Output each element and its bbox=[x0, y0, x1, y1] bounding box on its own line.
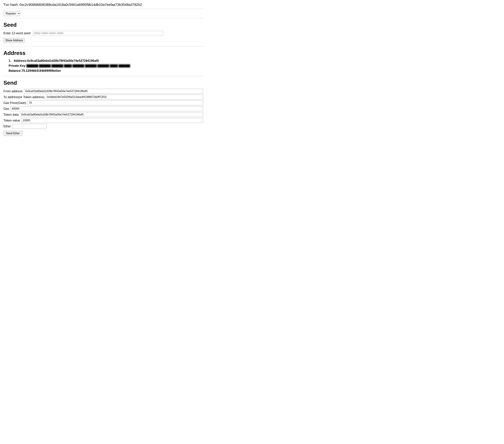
gas-label: Gas bbox=[3, 107, 9, 111]
token-value-input[interactable] bbox=[21, 118, 203, 123]
send-title: Send bbox=[3, 80, 203, 86]
private-key-label: Private Key bbox=[9, 64, 25, 68]
seed-title: Seed bbox=[3, 22, 203, 28]
txn-hash-value: 0xc2c906fd6606388cda1918a0c5901a6995f9b1… bbox=[19, 3, 142, 7]
address-item-number: 1. Address:0x9ca53a80ebd1d28b78f43a50e74… bbox=[9, 59, 203, 63]
token-value-label: Token value bbox=[3, 119, 20, 122]
divider-1 bbox=[3, 18, 203, 18]
gas-input[interactable] bbox=[11, 106, 203, 111]
send-ether-button[interactable]: Send Ether bbox=[3, 131, 22, 136]
balance-line: Balance:75.1294664194699999ether bbox=[9, 69, 203, 73]
token-data-label: Token data bbox=[3, 113, 18, 117]
seed-input[interactable] bbox=[33, 31, 163, 36]
to-address-row: To address(or Token address) bbox=[3, 95, 203, 99]
token-data-input[interactable] bbox=[20, 112, 203, 117]
gas-row: Gas bbox=[3, 106, 203, 111]
address-item-value: 0x9ca53a80ebd1d28b78f43a50e74e527284196a… bbox=[27, 59, 99, 62]
from-address-label: From address bbox=[3, 89, 22, 93]
seed-input-label: Enter 12-word seed bbox=[3, 32, 31, 35]
from-address-row: From address bbox=[3, 89, 203, 94]
token-data-row: Token data bbox=[3, 112, 203, 117]
balance-label: Balance: bbox=[9, 69, 21, 72]
send-section: Send From address To address(or Token ad… bbox=[3, 80, 203, 136]
to-address-input[interactable] bbox=[46, 95, 203, 99]
address-item-label: Address: bbox=[14, 59, 27, 62]
address-section: Address 1. Address:0x9ca53a80ebd1d28b78f… bbox=[3, 50, 203, 73]
to-address-label: To address(or Token address) bbox=[3, 95, 44, 99]
txn-hash-label: Txn hash: bbox=[3, 3, 18, 7]
private-key-value: ██████ ██████ ██████ ████ ██████ ██████ … bbox=[27, 64, 130, 68]
network-select[interactable]: Ropsten Mainnet Kovan Rinkeby bbox=[3, 11, 20, 16]
ether-input[interactable] bbox=[12, 124, 47, 129]
gas-price-row: Gas Price(Gwei) bbox=[3, 101, 203, 105]
from-address-input[interactable] bbox=[24, 89, 203, 94]
show-address-button[interactable]: Show Address bbox=[3, 38, 25, 43]
ether-row: Ether bbox=[3, 124, 203, 129]
private-key-row: Private Key ██████ ██████ ██████ ████ ██… bbox=[9, 64, 203, 68]
seed-row: Enter 12-word seed bbox=[3, 31, 203, 36]
network-select-row: Ropsten Mainnet Kovan Rinkeby bbox=[3, 11, 203, 16]
gas-price-input[interactable] bbox=[28, 101, 203, 105]
address-title: Address bbox=[3, 50, 203, 56]
gas-price-label: Gas Price(Gwei) bbox=[3, 101, 26, 105]
token-value-row: Token value bbox=[3, 118, 203, 123]
address-item-1: 1. Address:0x9ca53a80ebd1d28b78f43a50e74… bbox=[9, 59, 203, 73]
txn-hash: Txn hash: 0xc2c906fd6606388cda1918a0c590… bbox=[3, 3, 203, 7]
seed-section: Seed Enter 12-word seed Show Address bbox=[3, 22, 203, 43]
ether-label: Ether bbox=[3, 124, 11, 128]
balance-value: 75.1294664194699999ether bbox=[21, 69, 61, 72]
